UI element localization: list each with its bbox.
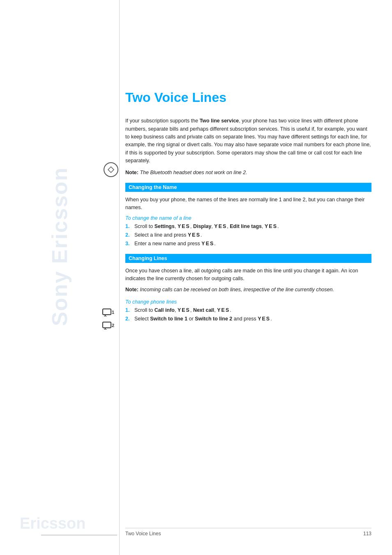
line1-svg: 1 — [102, 307, 115, 316]
changing-lines-note: Note: Incoming calls can be received on … — [125, 286, 371, 294]
footer-right: 113 — [363, 531, 371, 537]
step-text-1: Scroll to Settings, YES, Display, YES, E… — [134, 223, 279, 230]
intro-paragraph: If your subscription supports the Two li… — [125, 117, 371, 165]
watermark-text: Sony Ericsson — [47, 167, 72, 326]
change-name-steps: 1. Scroll to Settings, YES, Display, YES… — [125, 223, 371, 248]
step-3-name: 3. Enter a new name and press YES. — [125, 240, 371, 248]
changing-name-body: When you buy your phone, the names of th… — [125, 196, 371, 212]
svg-text:1: 1 — [112, 310, 114, 315]
two-line-service-bold: Two line service — [200, 118, 239, 124]
change-lines-subheading: To change phone lines — [125, 299, 371, 305]
note-text-1: The Bluetooth headset does not work on l… — [140, 170, 247, 175]
step-lines-text-1: Scroll to Call info, YES, Next call, YES… — [134, 306, 231, 314]
step-2-lines: 2. Select Switch to line 1 or Switch to … — [125, 315, 371, 323]
footer: Two Voice Lines 113 — [125, 528, 371, 537]
main-content: Two Voice Lines If your subscription sup… — [125, 90, 371, 522]
page-title: Two Voice Lines — [125, 90, 371, 105]
line-icons-area: 1 2 — [102, 307, 115, 329]
watermark: Sony Ericsson — [0, 62, 119, 431]
section-header-changing-lines-label: Changing Lines — [129, 256, 167, 261]
line2-svg: 2 — [102, 320, 115, 329]
change-name-subheading: To change the name of a line — [125, 215, 371, 221]
line2-icon: 2 — [102, 320, 115, 329]
note-label-1: Note: — [125, 170, 138, 175]
step-text-2: Select a line and press YES. — [134, 231, 202, 239]
svg-text:2: 2 — [112, 323, 114, 328]
step-1-name: 1. Scroll to Settings, YES, Display, YES… — [125, 223, 371, 230]
phone-circle-icon — [104, 162, 118, 177]
phone-icon-area — [104, 162, 118, 177]
section-header-changing-name-label: Changing the Name — [129, 184, 177, 190]
note-text-2: Incoming calls can be received on both l… — [140, 287, 334, 292]
margin-line — [119, 0, 120, 555]
step-lines-text-2: Select Switch to line 1 or Switch to lin… — [134, 315, 272, 323]
svg-rect-1 — [103, 309, 111, 315]
ericsson-bottom-watermark: Ericsson — [20, 515, 86, 532]
step-num-2: 2. — [125, 231, 132, 239]
section-header-changing-name: Changing the Name — [125, 183, 371, 192]
changing-lines-body: Once you have chosen a line, all outgoin… — [125, 267, 371, 283]
section-header-changing-lines: Changing Lines — [125, 254, 371, 263]
diamond-icon — [107, 166, 115, 173]
svg-marker-0 — [108, 167, 114, 173]
footer-left: Two Voice Lines — [125, 531, 161, 537]
page: Sony Ericsson 1 2 — [0, 0, 392, 555]
bottom-margin-line — [41, 535, 117, 535]
svg-rect-5 — [103, 322, 111, 328]
note-label-2: Note: — [125, 287, 138, 292]
step-num-3: 3. — [125, 240, 132, 248]
intro-note: Note: The Bluetooth headset does not wor… — [125, 169, 371, 177]
change-lines-steps: 1. Scroll to Call info, YES, Next call, … — [125, 306, 371, 323]
step-text-3: Enter a new name and press YES. — [134, 240, 216, 248]
step-1-lines: 1. Scroll to Call info, YES, Next call, … — [125, 306, 371, 314]
step-lines-num-1: 1. — [125, 306, 132, 314]
step-lines-num-2: 2. — [125, 315, 132, 323]
step-num-1: 1. — [125, 223, 132, 230]
step-2-name: 2. Select a line and press YES. — [125, 231, 371, 239]
line1-icon: 1 — [102, 307, 115, 316]
